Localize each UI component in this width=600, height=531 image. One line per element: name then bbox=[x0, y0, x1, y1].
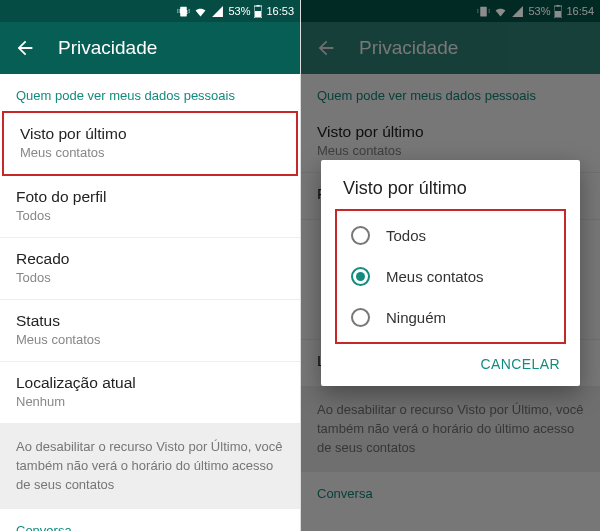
radio-option-nobody[interactable]: Ninguém bbox=[337, 297, 564, 338]
setting-status[interactable]: Status Meus contatos bbox=[0, 300, 300, 362]
radio-icon bbox=[351, 308, 370, 327]
setting-title: Localização atual bbox=[16, 374, 284, 392]
signal-icon bbox=[211, 5, 224, 18]
status-bar: 53% 16:53 bbox=[0, 0, 300, 22]
back-icon[interactable] bbox=[14, 37, 36, 59]
cancel-button[interactable]: CANCELAR bbox=[481, 356, 560, 372]
radio-option-everyone[interactable]: Todos bbox=[337, 215, 564, 256]
settings-content: Quem pode ver meus dados pessoais Visto … bbox=[0, 74, 300, 531]
setting-sub: Todos bbox=[16, 208, 284, 223]
setting-title: Visto por último bbox=[20, 125, 280, 143]
screen-privacy-list: 53% 16:53 Privacidade Quem pode ver meus… bbox=[0, 0, 300, 531]
setting-title: Recado bbox=[16, 250, 284, 268]
battery-text: 53% bbox=[228, 5, 250, 17]
radio-icon bbox=[351, 226, 370, 245]
setting-sub: Nenhum bbox=[16, 394, 284, 409]
section-conversation: Conversa bbox=[0, 509, 300, 531]
dialog-last-seen: Visto por último Todos Meus contatos Nin… bbox=[321, 160, 580, 386]
setting-last-seen[interactable]: Visto por último Meus contatos bbox=[2, 111, 298, 176]
setting-profile-photo[interactable]: Foto do perfil Todos bbox=[0, 176, 300, 238]
radio-label: Meus contatos bbox=[386, 268, 484, 285]
setting-about[interactable]: Recado Todos bbox=[0, 238, 300, 300]
setting-title: Foto do perfil bbox=[16, 188, 284, 206]
svg-rect-1 bbox=[257, 5, 260, 7]
radio-option-contacts[interactable]: Meus contatos bbox=[337, 256, 564, 297]
dialog-actions: CANCELAR bbox=[329, 346, 572, 378]
setting-title: Status bbox=[16, 312, 284, 330]
vibrate-icon bbox=[177, 5, 190, 18]
info-last-seen: Ao desabilitar o recurso Visto por Últim… bbox=[0, 424, 300, 509]
wifi-icon bbox=[194, 5, 207, 18]
radio-group: Todos Meus contatos Ninguém bbox=[335, 209, 566, 344]
setting-live-location[interactable]: Localização atual Nenhum bbox=[0, 362, 300, 424]
screen-privacy-dialog: 53% 16:54 Privacidade Quem pode ver meus… bbox=[300, 0, 600, 531]
battery-icon bbox=[254, 5, 262, 18]
dialog-title: Visto por último bbox=[329, 178, 572, 207]
page-title: Privacidade bbox=[58, 37, 157, 59]
setting-sub: Meus contatos bbox=[20, 145, 280, 160]
radio-icon bbox=[351, 267, 370, 286]
svg-rect-2 bbox=[255, 11, 261, 17]
radio-label: Ninguém bbox=[386, 309, 446, 326]
clock-text: 16:53 bbox=[266, 5, 294, 17]
app-bar: Privacidade bbox=[0, 22, 300, 74]
setting-sub: Meus contatos bbox=[16, 332, 284, 347]
setting-sub: Todos bbox=[16, 270, 284, 285]
radio-label: Todos bbox=[386, 227, 426, 244]
section-personal: Quem pode ver meus dados pessoais bbox=[0, 74, 300, 111]
